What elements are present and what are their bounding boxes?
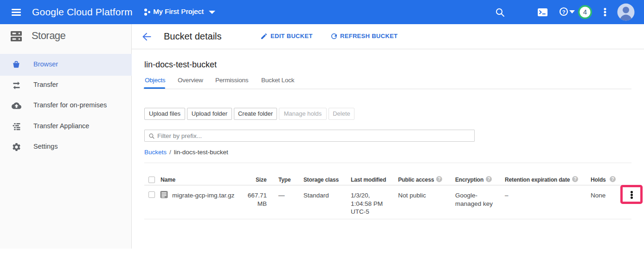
svg-text:?: ? bbox=[562, 9, 565, 15]
svg-text:4: 4 bbox=[583, 8, 587, 16]
